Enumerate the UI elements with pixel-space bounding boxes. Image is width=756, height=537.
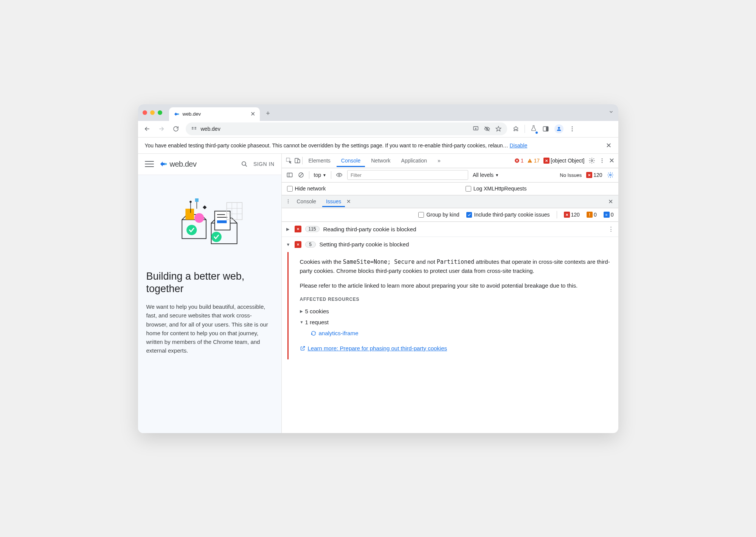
gear-icon[interactable] xyxy=(588,157,595,164)
affected-requests[interactable]: ▼1 request xyxy=(300,318,612,327)
issue-more-icon[interactable]: ⋮ xyxy=(608,226,614,232)
devtools-tabs: Elements Console Network Application » 1… xyxy=(282,154,618,168)
issue-severity-icon xyxy=(295,241,301,248)
include-3p-checkbox[interactable]: Include third-party cookie issues xyxy=(466,212,550,218)
minimize-window-button[interactable] xyxy=(150,110,155,115)
star-icon[interactable] xyxy=(495,125,502,132)
issue-count: 115 xyxy=(305,226,320,232)
install-icon[interactable] xyxy=(472,125,479,132)
close-window-button[interactable] xyxy=(143,110,147,115)
side-panel-icon[interactable] xyxy=(542,125,549,132)
browser-tab[interactable]: web.dev ✕ xyxy=(169,107,260,121)
back-button[interactable] xyxy=(143,124,152,133)
extensions-icon[interactable] xyxy=(512,125,519,132)
signin-button[interactable]: SIGN IN xyxy=(253,161,275,167)
maximize-window-button[interactable] xyxy=(158,110,162,115)
inspect-icon[interactable] xyxy=(286,157,292,164)
labs-button[interactable] xyxy=(530,125,537,133)
error-count[interactable]: 1 xyxy=(514,158,524,164)
menu-button[interactable] xyxy=(145,159,154,169)
svg-point-13 xyxy=(571,130,573,132)
live-expression-icon[interactable] xyxy=(336,172,343,178)
issue-description: Cookies with the SameSite=None; Secure a… xyxy=(300,257,612,275)
tab-network[interactable]: Network xyxy=(366,154,395,167)
close-tab-button[interactable]: ✕ xyxy=(250,110,255,118)
group-by-kind-checkbox[interactable]: Group by kind xyxy=(418,212,459,218)
clear-console-icon[interactable] xyxy=(298,172,304,178)
drawer-tab-console[interactable]: Console xyxy=(293,196,320,207)
issues-orange-count: !0 xyxy=(587,212,597,218)
kebab-icon[interactable] xyxy=(599,158,605,164)
svg-point-54 xyxy=(287,201,288,202)
chevron-down-icon xyxy=(609,109,614,115)
svg-rect-39 xyxy=(297,159,300,163)
eye-off-icon[interactable] xyxy=(484,125,491,132)
issue-count: 5 xyxy=(305,241,316,248)
drawer-menu-icon[interactable] xyxy=(286,199,291,204)
filter-input[interactable] xyxy=(347,170,468,180)
issue-badge-icon: ✕ xyxy=(543,158,550,164)
error-icon xyxy=(514,158,520,163)
new-tab-button[interactable]: + xyxy=(263,108,273,119)
tab-search-button[interactable] xyxy=(609,109,614,116)
checkbox-checked-icon xyxy=(466,212,472,218)
svg-point-43 xyxy=(591,160,593,162)
address-bar[interactable]: web.dev xyxy=(186,122,507,135)
tab-console[interactable]: Console xyxy=(337,154,365,167)
page-description: We want to help you build beautiful, acc… xyxy=(146,302,273,355)
svg-line-16 xyxy=(245,165,247,167)
svg-rect-2 xyxy=(192,128,194,129)
search-icon[interactable] xyxy=(241,160,248,168)
devtools-status: 1 17 ✕[object Object] ✕ xyxy=(514,156,615,165)
favicon-icon xyxy=(174,111,180,117)
menu-icon[interactable] xyxy=(569,125,576,132)
log-xhr-checkbox[interactable]: Log XMLHttpRequests xyxy=(466,186,527,192)
affected-resources: AFFECTED RESOURCES ▶5 cookies ▼1 request… xyxy=(300,296,612,337)
more-tabs-button[interactable]: » xyxy=(433,154,445,167)
issue-row[interactable]: ▼ 5 Setting third-party cookie is blocke… xyxy=(282,237,618,252)
affected-cookies[interactable]: ▶5 cookies xyxy=(300,307,612,316)
page-viewport: web.dev SIGN IN xyxy=(138,154,282,433)
warning-count[interactable]: 17 xyxy=(527,158,540,164)
reload-button[interactable] xyxy=(171,124,180,133)
svg-point-15 xyxy=(242,162,246,166)
drawer-close-button[interactable]: ✕ xyxy=(607,198,615,205)
drawer-tab-issues[interactable]: Issues xyxy=(322,196,345,207)
affected-heading: AFFECTED RESOURCES xyxy=(300,296,612,303)
profile-button[interactable] xyxy=(554,124,564,133)
infobar-text: You have enabled testing third-party coo… xyxy=(145,142,601,149)
forward-button[interactable] xyxy=(157,124,166,133)
request-link[interactable]: analytics-iframe xyxy=(310,329,612,337)
svg-point-51 xyxy=(338,174,340,176)
infobar-disable-link[interactable]: Disable xyxy=(510,142,528,149)
site-logo[interactable]: web.dev xyxy=(159,160,197,169)
device-icon[interactable] xyxy=(294,157,301,164)
console-settings-icon[interactable] xyxy=(607,172,614,178)
logo-icon xyxy=(159,160,168,168)
issue-row[interactable]: ▶ 115 Reading third-party cookie is bloc… xyxy=(282,222,618,237)
issue-title: Reading third-party cookie is blocked xyxy=(323,226,416,232)
devtools-close-button[interactable]: ✕ xyxy=(609,156,615,165)
toolbar-issues-count[interactable]: ✕120 xyxy=(586,172,602,178)
issues-count[interactable]: ✕[object Object] xyxy=(543,158,585,164)
log-level-selector[interactable]: All levels▼ xyxy=(473,172,499,178)
issue-severity-icon xyxy=(295,226,301,232)
drawer-tab-close[interactable]: ✕ xyxy=(346,198,351,204)
tab-application[interactable]: Application xyxy=(397,154,432,167)
hide-network-checkbox[interactable]: Hide network xyxy=(287,186,326,192)
issues-red-count: ✕120 xyxy=(564,212,580,218)
sidebar-toggle-icon[interactable] xyxy=(286,172,293,178)
window-controls xyxy=(143,110,162,115)
tab-elements[interactable]: Elements xyxy=(304,154,335,167)
page-heading: Building a better web, together xyxy=(146,270,273,296)
context-selector[interactable]: top ▼ xyxy=(314,172,326,178)
site-settings-icon[interactable] xyxy=(191,126,197,132)
toolbar-right xyxy=(512,124,576,133)
external-link-icon xyxy=(300,345,306,351)
svg-rect-42 xyxy=(530,162,530,162)
learn-more-link[interactable]: Learn more: Prepare for phasing out thir… xyxy=(300,344,612,353)
no-issues-label[interactable]: No Issues xyxy=(560,172,582,178)
infobar-close-button[interactable]: ✕ xyxy=(606,141,612,150)
svg-point-52 xyxy=(609,174,611,176)
svg-point-20 xyxy=(186,225,197,235)
